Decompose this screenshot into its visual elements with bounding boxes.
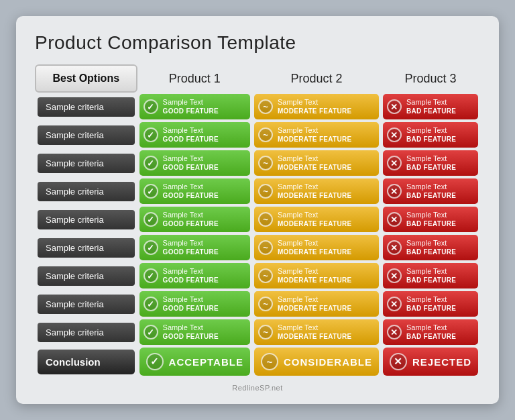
check-icon: ✓ <box>144 184 158 199</box>
check-icon: ✓ <box>144 325 158 339</box>
check-icon: ✓ <box>144 99 158 114</box>
p3-feature-cell: ✕ Sample Text BAD FEATURE <box>383 291 478 317</box>
wave-icon: ~ <box>258 212 273 227</box>
table-row: Sample criteria ✓ Sample Text GOOD FEATU… <box>35 205 480 233</box>
criteria-cell: Sample criteria <box>38 154 135 173</box>
cross-icon: ✕ <box>387 127 402 142</box>
product3-header: Product 3 <box>381 64 480 93</box>
p1-feature-cell: ✓ Sample Text GOOD FEATURE <box>139 263 250 288</box>
table-row: Sample criteria ✓ Sample Text GOOD FEATU… <box>35 149 480 177</box>
feature-text: Sample Text MODERATE FEATURE <box>278 323 352 340</box>
feature-text: Sample Text GOOD FEATURE <box>163 295 219 312</box>
check-icon: ✓ <box>144 212 158 227</box>
feature-text: Sample Text BAD FEATURE <box>406 323 456 340</box>
wave-icon: ~ <box>258 325 273 339</box>
feature-text: Sample Text MODERATE FEATURE <box>278 211 352 227</box>
best-options-header: Best Options <box>35 64 137 93</box>
p2-feature-cell: ~ Sample Text MODERATE FEATURE <box>254 94 379 119</box>
criteria-cell: Sample criteria <box>38 97 135 117</box>
cross-icon: ✕ <box>387 184 402 199</box>
check-icon: ✓ <box>144 297 158 311</box>
wave-icon: ~ <box>258 297 273 311</box>
feature-text: Sample Text GOOD FEATURE <box>163 211 219 227</box>
table-row: Sample criteria ✓ Sample Text GOOD FEATU… <box>35 290 480 318</box>
feature-text: Sample Text BAD FEATURE <box>406 239 456 256</box>
criteria-cell: Sample criteria <box>38 210 135 229</box>
feature-text: Sample Text GOOD FEATURE <box>163 239 219 256</box>
p2-feature-cell: ~ Sample Text MODERATE FEATURE <box>254 207 379 232</box>
p3-feature-cell: ✕ Sample Text BAD FEATURE <box>383 122 478 148</box>
conclusion-row: Conclusion ✓ ACCEPTABLE ~ CONSIDERABLE ✕… <box>35 346 480 377</box>
comparison-table: Best Options Product 1 Product 2 Product… <box>35 64 480 377</box>
p3-feature-cell: ✕ Sample Text BAD FEATURE <box>383 319 478 345</box>
wave-icon: ~ <box>258 99 273 114</box>
p1-feature-cell: ✓ Sample Text GOOD FEATURE <box>139 122 250 148</box>
p1-feature-cell: ✓ Sample Text GOOD FEATURE <box>139 291 250 317</box>
table-row: Sample criteria ✓ Sample Text GOOD FEATU… <box>35 233 480 262</box>
table-row: Sample criteria ✓ Sample Text GOOD FEATU… <box>35 93 480 121</box>
feature-text: Sample Text GOOD FEATURE <box>163 182 219 199</box>
p3-feature-cell: ✕ Sample Text BAD FEATURE <box>383 94 478 119</box>
table-row: Sample criteria ✓ Sample Text GOOD FEATU… <box>35 318 480 346</box>
feature-text: Sample Text BAD FEATURE <box>406 182 456 199</box>
feature-text: Sample Text GOOD FEATURE <box>163 126 219 143</box>
conclusion-p2-text: CONSIDERABLE <box>284 356 372 368</box>
conclusion-p3-text: REJECTED <box>412 356 471 368</box>
feature-text: Sample Text BAD FEATURE <box>406 211 456 227</box>
table-row: Sample criteria ✓ Sample Text GOOD FEATU… <box>35 121 480 149</box>
feature-text: Sample Text MODERATE FEATURE <box>278 239 352 256</box>
criteria-cell: Sample criteria <box>38 125 135 145</box>
wave-icon: ~ <box>258 127 273 142</box>
criteria-cell: Sample criteria <box>38 323 135 342</box>
criteria-cell: Sample criteria <box>38 182 135 201</box>
criteria-cell: Sample criteria <box>38 266 135 286</box>
feature-text: Sample Text BAD FEATURE <box>406 154 456 171</box>
cross-icon: ✕ <box>387 99 402 114</box>
check-icon: ✓ <box>144 156 158 170</box>
table-row: Sample criteria ✓ Sample Text GOOD FEATU… <box>35 177 480 205</box>
cross-icon: ✕ <box>387 297 402 311</box>
feature-text: Sample Text MODERATE FEATURE <box>278 182 352 199</box>
p2-feature-cell: ~ Sample Text MODERATE FEATURE <box>254 178 379 204</box>
feature-text: Sample Text BAD FEATURE <box>406 126 456 143</box>
p1-feature-cell: ✓ Sample Text GOOD FEATURE <box>139 178 250 204</box>
p1-feature-cell: ✓ Sample Text GOOD FEATURE <box>139 319 250 345</box>
criteria-cell: Sample criteria <box>38 295 135 314</box>
cross-icon: ✕ <box>387 212 402 227</box>
feature-text: Sample Text MODERATE FEATURE <box>278 295 352 312</box>
conclusion-p1-text: ACCEPTABLE <box>169 356 243 368</box>
feature-text: Sample Text BAD FEATURE <box>406 98 456 115</box>
p2-feature-cell: ~ Sample Text MODERATE FEATURE <box>254 150 379 176</box>
main-card: Product Comparison Template Best Options… <box>16 16 499 404</box>
check-icon: ✓ <box>144 127 158 142</box>
wave-icon: ~ <box>258 156 273 170</box>
cross-icon: ✕ <box>387 325 402 339</box>
check-icon-lg: ✓ <box>146 353 164 370</box>
p3-feature-cell: ✕ Sample Text BAD FEATURE <box>383 263 478 288</box>
feature-text: Sample Text BAD FEATURE <box>406 267 456 284</box>
p1-feature-cell: ✓ Sample Text GOOD FEATURE <box>139 94 250 119</box>
p3-feature-cell: ✕ Sample Text BAD FEATURE <box>383 207 478 232</box>
p2-feature-cell: ~ Sample Text MODERATE FEATURE <box>254 263 379 288</box>
page-title: Product Comparison Template <box>35 32 480 54</box>
p1-feature-cell: ✓ Sample Text GOOD FEATURE <box>139 235 250 260</box>
feature-text: Sample Text BAD FEATURE <box>406 295 456 312</box>
footer-brand: RedlineSP.net <box>35 384 480 392</box>
table-row: Sample criteria ✓ Sample Text GOOD FEATU… <box>35 262 480 290</box>
feature-text: Sample Text MODERATE FEATURE <box>278 98 352 115</box>
table-header: Best Options Product 1 Product 2 Product… <box>35 64 480 93</box>
feature-text: Sample Text MODERATE FEATURE <box>278 126 352 143</box>
p3-feature-cell: ✕ Sample Text BAD FEATURE <box>383 235 478 260</box>
criteria-cell: Sample criteria <box>38 238 135 258</box>
p1-feature-cell: ✓ Sample Text GOOD FEATURE <box>139 150 250 176</box>
cross-icon: ✕ <box>387 240 402 255</box>
feature-text: Sample Text MODERATE FEATURE <box>278 267 352 284</box>
p3-feature-cell: ✕ Sample Text BAD FEATURE <box>383 178 478 204</box>
feature-text: Sample Text GOOD FEATURE <box>163 98 219 115</box>
conclusion-p3: ✕ REJECTED <box>383 348 478 376</box>
feature-text: Sample Text GOOD FEATURE <box>163 267 219 284</box>
cross-icon-lg: ✕ <box>390 353 407 370</box>
p2-feature-cell: ~ Sample Text MODERATE FEATURE <box>254 319 379 345</box>
wave-icon: ~ <box>258 184 273 199</box>
product1-header: Product 1 <box>137 64 252 93</box>
